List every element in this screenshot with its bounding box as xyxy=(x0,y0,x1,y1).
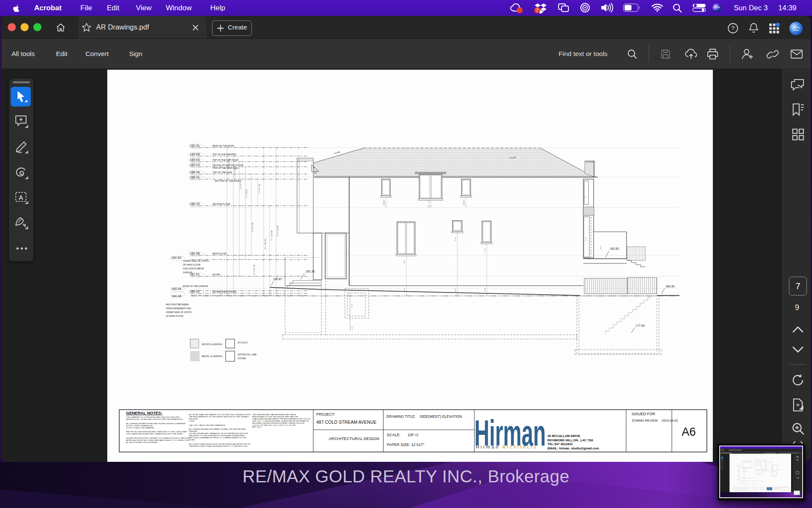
svg-text:189.68: 189.68 xyxy=(190,152,200,156)
svg-text:HBT O.B.C: HBT O.B.C xyxy=(252,426,262,428)
svg-text:180.31: 180.31 xyxy=(190,289,200,293)
svg-text:4'-0": 4'-0" xyxy=(351,326,353,330)
svg-text:CODE.: CODE. xyxy=(189,420,195,422)
svg-text:ZONING REVIEW: ZONING REVIEW xyxy=(632,419,658,422)
svg-text:6'-0": 6'-0" xyxy=(600,245,602,249)
svg-text:189.23: 189.23 xyxy=(190,163,200,167)
svg-text:REPRODUCED, OR REVISED WITHOUT: REPRODUCED, OR REVISED WITHOUT WRITTEN P… xyxy=(126,418,183,420)
svg-text:190.31: 190.31 xyxy=(190,144,200,148)
svg-text:TOP OF THE PARAPET: TOP OF THE PARAPET xyxy=(212,153,237,156)
svg-text:3'-6" [1.1 M]: 3'-6" [1.1 M] xyxy=(239,180,241,189)
svg-text:A: A xyxy=(19,194,24,201)
svg-text:26'-7" [8.1 M]: 26'-7" [8.1 M] xyxy=(264,239,266,249)
svg-text:181.36: 181.36 xyxy=(306,270,315,273)
svg-text:PAPER SIZE: 11"x17": PAPER SIZE: 11"x17" xyxy=(387,443,424,447)
svg-text:9'-0" [2.7 M]: 9'-0" [2.7 M] xyxy=(258,184,260,194)
svg-text:6'-6" [2.0 M]: 6'-6" [2.0 M] xyxy=(251,223,253,232)
svg-text:RICHMOND HILL,ON. ,L4C 7S8: RICHMOND HILL,ON. ,L4C 7S8 xyxy=(547,438,593,442)
svg-text:FOR CLARIFICATION BEFORE COMME: FOR CLARIFICATION BEFORE COMMENCING WITH… xyxy=(126,433,183,435)
svg-text:182.98: 182.98 xyxy=(190,251,200,255)
svg-text:METAL CLADDING: METAL CLADDING xyxy=(202,355,223,357)
svg-text:181.51: 181.51 xyxy=(190,272,200,276)
svg-text:5'-...: 5'-... xyxy=(584,195,586,198)
svg-text:487 COLD STREAM AVENUE: 487 COLD STREAM AVENUE xyxy=(316,419,377,425)
svg-text:STUCCO: STUCCO xyxy=(238,341,248,344)
svg-text:MAIN FLOOR: MAIN FLOOR xyxy=(212,252,227,255)
svg-text:182.83: 182.83 xyxy=(171,256,181,260)
svg-text:188.31: 188.31 xyxy=(190,175,200,179)
svg-text:29'-7" [9.0 M]: 29'-7" [9.0 M] xyxy=(271,230,273,241)
svg-text:UNDER SIDE OF JOISTS: UNDER SIDE OF JOISTS xyxy=(183,260,209,262)
svg-text:11'-6" [3.5 M]: 11'-6" [3.5 M] xyxy=(253,265,255,275)
svg-text:AT THE CONTRACTOR'S EXPENSE.: AT THE CONTRACTOR'S EXPENSE. xyxy=(126,441,158,443)
svg-text:3'-6": 3'-6" xyxy=(383,199,385,203)
svg-text:EDGE OF THE GARAGE: EDGE OF THE GARAGE xyxy=(183,285,208,287)
svg-text:5'-0": 5'-0" xyxy=(351,304,353,307)
svg-text:WRITTEN CONFIRMATION PRIOR TO: WRITTEN CONFIRMATION PRIOR TO COMMENCEME… xyxy=(189,437,246,439)
svg-text:7: 7 xyxy=(536,8,538,13)
svg-text:DRAWING TITLE:: DRAWING TITLE: xyxy=(386,414,415,419)
svg-text:1'-0" [.3 M]: 1'-0" [.3 M] xyxy=(234,168,236,177)
svg-text:7'-0": 7'-0" xyxy=(403,260,406,264)
svg-text:CERTIFIED STRUCTURAL ENGINEER: CERTIFIED STRUCTURAL ENGINEER PRIOR TO C… xyxy=(189,445,248,447)
svg-text:186.33: 186.33 xyxy=(190,202,200,206)
svg-text:4'-6": 4'-6" xyxy=(484,248,486,252)
svg-text:12: 12 xyxy=(314,171,317,174)
svg-text:WORK.: WORK. xyxy=(189,439,195,441)
svg-text:BOTTOM OF THE EAVE: BOTTOM OF THE EAVE xyxy=(215,180,240,182)
svg-text:6'-0": 6'-0" xyxy=(454,288,456,292)
svg-text:2023-04-02: 2023-04-02 xyxy=(662,419,678,422)
svg-text:189.53: 189.53 xyxy=(190,158,200,162)
svg-text:182.83: 182.83 xyxy=(610,247,619,250)
svg-text:ISSUED FOR: ISSUED FOR xyxy=(632,412,656,416)
svg-text:5'-0": 5'-0" xyxy=(585,237,587,241)
svg-text:WOOD CLADDING: WOOD CLADDING xyxy=(202,343,222,346)
svg-text:ARCHITECTURAL DESIGN: ARCHITECTURAL DESIGN xyxy=(329,436,380,441)
svg-text:USE ONLY LATEST REVISED DRAWIN: USE ONLY LATEST REVISED DRAWINGS. xyxy=(189,424,226,426)
svg-text:ARTIFICIAL LIME: ARTIFICIAL LIME xyxy=(238,353,257,356)
svg-text:32'-10" [10 M]: 32'-10" [10 M] xyxy=(277,225,279,236)
svg-text:2'-0": 2'-0" xyxy=(403,288,406,292)
svg-text:THE REQUIREMENTS OF THE LATEST: THE REQUIREMENTS OF THE LATEST REVISION … xyxy=(189,416,249,418)
svg-text:TOP OF THE FLAT ROOF: TOP OF THE FLAT ROOF xyxy=(212,159,238,161)
svg-text:Hirman Architects: Hirman Architects xyxy=(476,444,538,449)
svg-text:PEAK OF THE ROOF: PEAK OF THE ROOF xyxy=(212,145,234,147)
svg-text:TOP OF THE EAVE: TOP OF THE EAVE xyxy=(212,171,232,174)
svg-text:2'-0": 2'-0" xyxy=(428,199,430,203)
svg-text:OF MAIN FLOOR: OF MAIN FLOOR xyxy=(166,315,183,317)
svg-text:180.87: 180.87 xyxy=(273,278,282,281)
svg-text:2'-0": 2'-0" xyxy=(454,237,456,241)
svg-text:SIDE(WEST) ELEVATION: SIDE(WEST) ELEVATION xyxy=(420,414,462,419)
svg-text:180.54: 180.54 xyxy=(171,287,181,291)
svg-text:MID POINT BETWEEN: MID POINT BETWEEN xyxy=(166,303,189,306)
svg-text:OF MAIN FLOOR: OF MAIN FLOOR xyxy=(183,263,200,266)
svg-text:177.59: 177.59 xyxy=(635,324,645,327)
svg-text:FOYER: FOYER xyxy=(212,273,220,276)
svg-text:FOR JOISTS ABPVE: FOR JOISTS ABPVE xyxy=(183,267,204,270)
svg-text:188.46: 188.46 xyxy=(190,170,200,174)
svg-text:A6: A6 xyxy=(682,425,696,438)
svg-text:FINISH BASEMENT AND: FINISH BASEMENT AND xyxy=(166,307,191,310)
svg-text:?: ? xyxy=(731,25,735,32)
svg-text:46 MCCALLUM DRIVE: 46 MCCALLUM DRIVE xyxy=(547,434,580,438)
svg-text:3'-4" [1.0 M]: 3'-4" [1.0 M] xyxy=(228,159,230,168)
svg-text:TEL:547 4013922: TEL:547 4013922 xyxy=(547,442,573,446)
svg-text:2'-0" [.6 M]: 2'-0" [.6 M] xyxy=(245,189,247,198)
svg-text:DO NOT SCALE THIS DRAWING.: DO NOT SCALE THIS DRAWING. xyxy=(126,427,155,429)
svg-text:3'-6": 3'-6" xyxy=(463,199,465,203)
svg-text:GENERAL NOTES:: GENERAL NOTES: xyxy=(126,411,162,415)
svg-text:1/8"=1': 1/8"=1' xyxy=(408,433,419,437)
svg-text:EMAIL: hirman_studio@gmail.com: EMAIL: hirman_studio@gmail.com xyxy=(547,446,599,450)
svg-text:UNDER SIDE OF JOISTS: UNDER SIDE OF JOISTS xyxy=(166,311,192,313)
svg-text:STONE: STONE xyxy=(238,357,246,360)
svg-text:180.28: 180.28 xyxy=(171,294,181,298)
svg-text:180.30: 180.30 xyxy=(665,285,675,288)
svg-text:PROJECT:: PROJECT: xyxy=(316,412,335,416)
svg-text:5'-6": 5'-6" xyxy=(428,204,430,208)
svg-text:3'-6": 3'-6" xyxy=(484,288,486,292)
svg-text:SCALE:: SCALE: xyxy=(387,433,400,437)
